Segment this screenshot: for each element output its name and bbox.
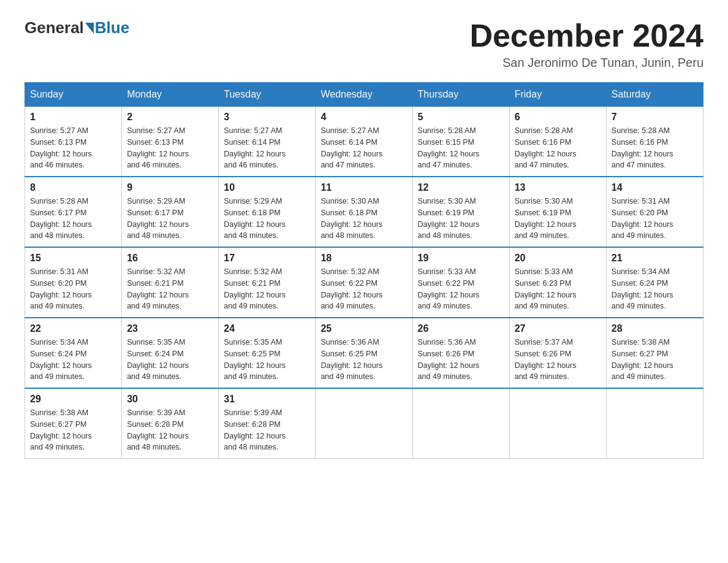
day-number: 4 bbox=[320, 112, 407, 123]
calendar-cell: 18Sunrise: 5:32 AMSunset: 6:22 PMDayligh… bbox=[316, 247, 412, 318]
calendar-cell bbox=[509, 388, 606, 459]
logo-blue-text: Blue bbox=[95, 18, 129, 37]
calendar-cell: 29Sunrise: 5:38 AMSunset: 6:27 PMDayligh… bbox=[25, 388, 122, 459]
calendar-week-row: 22Sunrise: 5:34 AMSunset: 6:24 PMDayligh… bbox=[25, 318, 703, 388]
calendar-week-row: 8Sunrise: 5:28 AMSunset: 6:17 PMDaylight… bbox=[25, 177, 703, 247]
col-header-thursday: Thursday bbox=[412, 83, 509, 107]
day-number: 30 bbox=[127, 394, 213, 405]
day-info: Sunrise: 5:35 AMSunset: 6:24 PMDaylight:… bbox=[127, 337, 213, 383]
day-info: Sunrise: 5:27 AMSunset: 6:14 PMDaylight:… bbox=[224, 125, 310, 171]
day-info: Sunrise: 5:34 AMSunset: 6:24 PMDaylight:… bbox=[30, 337, 116, 383]
calendar-cell: 27Sunrise: 5:37 AMSunset: 6:26 PMDayligh… bbox=[509, 318, 606, 388]
day-info: Sunrise: 5:28 AMSunset: 6:17 PMDaylight:… bbox=[30, 196, 116, 242]
day-number: 19 bbox=[418, 253, 504, 264]
day-info: Sunrise: 5:28 AMSunset: 6:16 PMDaylight:… bbox=[612, 125, 698, 171]
calendar-cell: 4Sunrise: 5:27 AMSunset: 6:14 PMDaylight… bbox=[316, 107, 412, 177]
calendar-cell: 3Sunrise: 5:27 AMSunset: 6:14 PMDaylight… bbox=[219, 107, 316, 177]
calendar-cell: 19Sunrise: 5:33 AMSunset: 6:22 PMDayligh… bbox=[412, 247, 509, 318]
day-info: Sunrise: 5:39 AMSunset: 6:28 PMDaylight:… bbox=[224, 407, 310, 453]
logo-general-text: General bbox=[25, 18, 84, 37]
calendar-cell: 23Sunrise: 5:35 AMSunset: 6:24 PMDayligh… bbox=[122, 318, 219, 388]
col-header-tuesday: Tuesday bbox=[219, 83, 316, 107]
day-number: 24 bbox=[224, 323, 310, 334]
calendar-cell: 26Sunrise: 5:36 AMSunset: 6:26 PMDayligh… bbox=[412, 318, 509, 388]
day-number: 3 bbox=[224, 112, 310, 123]
day-info: Sunrise: 5:38 AMSunset: 6:27 PMDaylight:… bbox=[30, 407, 116, 453]
day-number: 1 bbox=[30, 112, 116, 123]
day-number: 10 bbox=[224, 182, 310, 193]
logo-triangle-icon bbox=[85, 23, 94, 34]
day-info: Sunrise: 5:37 AMSunset: 6:26 PMDaylight:… bbox=[515, 337, 601, 383]
calendar-cell bbox=[316, 388, 412, 459]
day-number: 6 bbox=[515, 112, 601, 123]
calendar-cell: 21Sunrise: 5:34 AMSunset: 6:24 PMDayligh… bbox=[606, 247, 703, 318]
day-number: 20 bbox=[515, 253, 601, 264]
day-number: 7 bbox=[612, 112, 698, 123]
day-number: 25 bbox=[320, 323, 407, 334]
calendar-cell: 12Sunrise: 5:30 AMSunset: 6:19 PMDayligh… bbox=[412, 177, 509, 247]
day-info: Sunrise: 5:35 AMSunset: 6:25 PMDaylight:… bbox=[224, 337, 310, 383]
day-number: 28 bbox=[612, 323, 698, 334]
calendar-cell: 5Sunrise: 5:28 AMSunset: 6:15 PMDaylight… bbox=[412, 107, 509, 177]
day-info: Sunrise: 5:31 AMSunset: 6:20 PMDaylight:… bbox=[612, 196, 698, 242]
calendar-cell: 16Sunrise: 5:32 AMSunset: 6:21 PMDayligh… bbox=[122, 247, 219, 318]
col-header-wednesday: Wednesday bbox=[316, 83, 412, 107]
day-number: 16 bbox=[127, 253, 213, 264]
day-number: 12 bbox=[418, 182, 504, 193]
logo: General Blue bbox=[25, 18, 129, 37]
col-header-saturday: Saturday bbox=[606, 83, 703, 107]
day-number: 26 bbox=[418, 323, 504, 334]
day-number: 17 bbox=[224, 253, 310, 264]
day-info: Sunrise: 5:30 AMSunset: 6:19 PMDaylight:… bbox=[515, 196, 601, 242]
day-number: 23 bbox=[127, 323, 213, 334]
calendar-cell: 28Sunrise: 5:38 AMSunset: 6:27 PMDayligh… bbox=[606, 318, 703, 388]
col-header-friday: Friday bbox=[509, 83, 606, 107]
calendar-cell: 22Sunrise: 5:34 AMSunset: 6:24 PMDayligh… bbox=[25, 318, 122, 388]
calendar-week-row: 15Sunrise: 5:31 AMSunset: 6:20 PMDayligh… bbox=[25, 247, 703, 318]
day-info: Sunrise: 5:38 AMSunset: 6:27 PMDaylight:… bbox=[612, 337, 698, 383]
day-info: Sunrise: 5:33 AMSunset: 6:23 PMDaylight:… bbox=[515, 266, 601, 312]
calendar-cell: 24Sunrise: 5:35 AMSunset: 6:25 PMDayligh… bbox=[219, 318, 316, 388]
day-info: Sunrise: 5:29 AMSunset: 6:17 PMDaylight:… bbox=[127, 196, 213, 242]
day-info: Sunrise: 5:27 AMSunset: 6:14 PMDaylight:… bbox=[320, 125, 407, 171]
col-header-monday: Monday bbox=[122, 83, 219, 107]
calendar-header-row: SundayMondayTuesdayWednesdayThursdayFrid… bbox=[25, 83, 703, 107]
calendar-cell: 2Sunrise: 5:27 AMSunset: 6:13 PMDaylight… bbox=[122, 107, 219, 177]
day-number: 14 bbox=[612, 182, 698, 193]
day-info: Sunrise: 5:36 AMSunset: 6:25 PMDaylight:… bbox=[320, 337, 407, 383]
calendar-cell: 10Sunrise: 5:29 AMSunset: 6:18 PMDayligh… bbox=[219, 177, 316, 247]
calendar-cell: 17Sunrise: 5:32 AMSunset: 6:21 PMDayligh… bbox=[219, 247, 316, 318]
day-number: 22 bbox=[30, 323, 116, 334]
day-info: Sunrise: 5:30 AMSunset: 6:18 PMDaylight:… bbox=[320, 196, 407, 242]
day-info: Sunrise: 5:29 AMSunset: 6:18 PMDaylight:… bbox=[224, 196, 310, 242]
location-text: San Jeronimo De Tunan, Junin, Peru bbox=[469, 56, 703, 70]
calendar-cell bbox=[606, 388, 703, 459]
calendar-cell: 8Sunrise: 5:28 AMSunset: 6:17 PMDaylight… bbox=[25, 177, 122, 247]
day-number: 31 bbox=[224, 394, 310, 405]
day-info: Sunrise: 5:27 AMSunset: 6:13 PMDaylight:… bbox=[127, 125, 213, 171]
col-header-sunday: Sunday bbox=[25, 83, 122, 107]
page-header: General Blue December 2024 San Jeronimo … bbox=[25, 18, 703, 70]
day-number: 8 bbox=[30, 182, 116, 193]
day-number: 5 bbox=[418, 112, 504, 123]
calendar-cell: 7Sunrise: 5:28 AMSunset: 6:16 PMDaylight… bbox=[606, 107, 703, 177]
day-number: 21 bbox=[612, 253, 698, 264]
day-info: Sunrise: 5:28 AMSunset: 6:15 PMDaylight:… bbox=[418, 125, 504, 171]
calendar-cell: 6Sunrise: 5:28 AMSunset: 6:16 PMDaylight… bbox=[509, 107, 606, 177]
day-info: Sunrise: 5:27 AMSunset: 6:13 PMDaylight:… bbox=[30, 125, 116, 171]
day-info: Sunrise: 5:39 AMSunset: 6:28 PMDaylight:… bbox=[127, 407, 213, 453]
calendar-cell: 30Sunrise: 5:39 AMSunset: 6:28 PMDayligh… bbox=[122, 388, 219, 459]
calendar-cell: 1Sunrise: 5:27 AMSunset: 6:13 PMDaylight… bbox=[25, 107, 122, 177]
day-info: Sunrise: 5:36 AMSunset: 6:26 PMDaylight:… bbox=[418, 337, 504, 383]
calendar-cell: 13Sunrise: 5:30 AMSunset: 6:19 PMDayligh… bbox=[509, 177, 606, 247]
calendar-cell: 9Sunrise: 5:29 AMSunset: 6:17 PMDaylight… bbox=[122, 177, 219, 247]
day-info: Sunrise: 5:32 AMSunset: 6:21 PMDaylight:… bbox=[127, 266, 213, 312]
day-number: 13 bbox=[515, 182, 601, 193]
day-info: Sunrise: 5:32 AMSunset: 6:21 PMDaylight:… bbox=[224, 266, 310, 312]
calendar-cell: 31Sunrise: 5:39 AMSunset: 6:28 PMDayligh… bbox=[219, 388, 316, 459]
day-number: 11 bbox=[320, 182, 407, 193]
calendar-cell: 14Sunrise: 5:31 AMSunset: 6:20 PMDayligh… bbox=[606, 177, 703, 247]
calendar-table: SundayMondayTuesdayWednesdayThursdayFrid… bbox=[25, 82, 703, 459]
day-info: Sunrise: 5:34 AMSunset: 6:24 PMDaylight:… bbox=[612, 266, 698, 312]
month-title: December 2024 bbox=[469, 18, 703, 53]
